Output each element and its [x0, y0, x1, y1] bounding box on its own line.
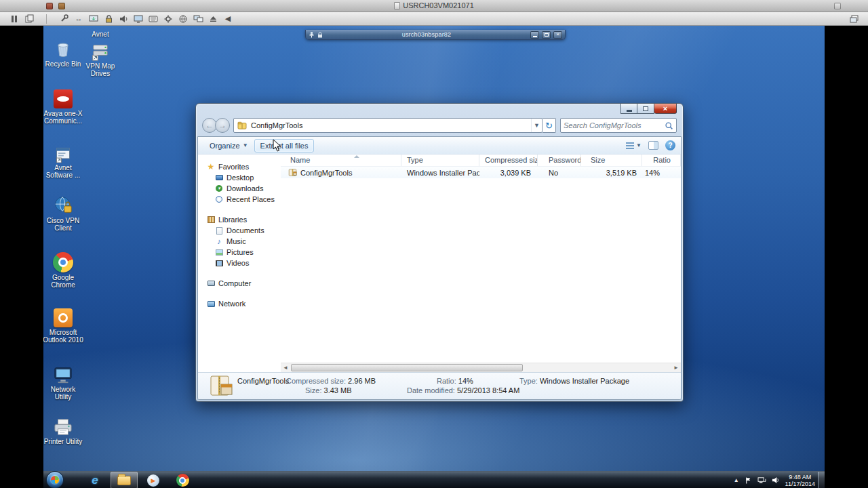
column-headers: Name Type Compressed size Password ... S… [281, 155, 681, 167]
desktop-icon-printer-utility[interactable]: Printer Utility [43, 415, 84, 445]
eject-icon[interactable] [205, 14, 220, 24]
internet-explorer-icon: e [92, 474, 98, 487]
address-box[interactable]: ConfigMgrTools ▼ [233, 118, 542, 133]
column-header-compressed-size[interactable]: Compressed size [479, 155, 538, 166]
pin-icon[interactable] [309, 31, 315, 38]
copy-icon[interactable] [22, 14, 37, 24]
volume-icon[interactable] [116, 14, 131, 24]
globe-icon[interactable] [176, 14, 191, 24]
view-list-icon [626, 142, 634, 149]
action-center-flag-icon[interactable] [745, 476, 752, 485]
taskbar-internet-explorer[interactable]: e [81, 472, 108, 488]
nav-group-libraries[interactable]: Libraries [198, 214, 281, 225]
address-dropdown-icon[interactable]: ▼ [531, 119, 542, 132]
column-header-type[interactable]: Type [401, 155, 479, 166]
extract-all-files-button[interactable]: Extract all files [254, 139, 315, 152]
show-hidden-icons-button[interactable]: ▲ [734, 477, 739, 483]
gear-icon[interactable] [161, 14, 176, 24]
organize-button[interactable]: Organize▼ [203, 139, 254, 152]
windows-desktop: usrch03nbspar82 × Recycle Bin Avaya one-… [43, 26, 825, 488]
remote-session-viewport: USRCH03VM021071 ↔ [0, 0, 868, 488]
minimize-button[interactable] [530, 31, 539, 39]
nav-item-desktop[interactable]: Desktop [198, 172, 281, 183]
forward-button[interactable]: → [215, 118, 230, 133]
taskbar-windows-explorer[interactable] [111, 472, 138, 488]
close-button[interactable]: × [654, 104, 677, 114]
command-bar: Organize▼ Extract all files ▼ [198, 137, 681, 155]
desktop-icon-network-utility[interactable]: Network Utility [43, 363, 84, 401]
nav-item-recent-places[interactable]: Recent Places [198, 194, 281, 205]
drives-icon [79, 39, 121, 61]
desktop-icon-vpn-map-drives[interactable]: VPN Map Drives [79, 39, 121, 77]
chrome-icon [176, 474, 189, 487]
connection-title: usrch03nbspar82 [326, 31, 528, 38]
display-icon[interactable] [131, 14, 146, 24]
desktop-icon-avnet-software[interactable]: Avnet Software ... [43, 141, 84, 179]
nav-item-network[interactable]: Network [198, 298, 281, 309]
network-icon[interactable] [757, 476, 766, 484]
start-button[interactable] [46, 471, 64, 488]
minimize-button[interactable] [620, 104, 637, 114]
nav-group-favorites[interactable]: ★ Favorites [198, 161, 281, 172]
window-restore-icon[interactable] [846, 14, 861, 24]
back-arrow-icon[interactable]: ◀ [220, 14, 235, 24]
wrench-icon[interactable] [56, 14, 71, 24]
breadcrumb[interactable]: ConfigMgrTools [247, 121, 307, 129]
keyboard-icon[interactable] [146, 14, 161, 24]
monitor-icon [43, 363, 84, 384]
desktop-icon-cisco-vpn-client[interactable]: Cisco VPN Client [43, 194, 84, 232]
desktop-icon-avaya-one-x[interactable]: Avaya one-X Communic... [43, 87, 84, 125]
scroll-left-icon[interactable]: ◄ [281, 363, 290, 372]
nav-item-music[interactable]: ♪ Music [198, 236, 281, 247]
desktop-icon-avnet-label[interactable]: Avnet [79, 30, 121, 38]
avaya-icon [43, 87, 84, 108]
vnc-toolbar: ↔ ◀ [0, 12, 868, 26]
nav-item-computer[interactable]: Computer [198, 278, 281, 289]
search-box [560, 118, 677, 133]
restore-button[interactable] [542, 31, 551, 39]
column-header-ratio[interactable]: Ratio [642, 155, 681, 166]
download-icon [215, 184, 223, 192]
column-header-size[interactable]: Size [581, 155, 642, 166]
monitor-download-icon[interactable] [86, 14, 101, 24]
nav-item-videos[interactable]: Videos [198, 258, 281, 268]
maximize-button[interactable] [637, 104, 654, 114]
music-icon: ♪ [215, 237, 223, 245]
desktop-icon-google-chrome[interactable]: Google Chrome [43, 251, 84, 289]
displays-icon[interactable] [191, 14, 205, 24]
scrollbar-thumb[interactable] [291, 364, 523, 371]
horizontal-scrollbar[interactable]: ◄ ► [281, 363, 681, 372]
column-header-password[interactable]: Password ... [538, 155, 581, 166]
pause-icon[interactable] [7, 14, 22, 24]
taskbar-media-player[interactable]: ▶ [140, 472, 167, 488]
search-input[interactable] [564, 121, 665, 129]
scroll-right-icon[interactable]: ► [671, 363, 681, 372]
lock-icon [317, 32, 323, 38]
volume-icon[interactable] [772, 476, 780, 484]
close-button[interactable]: × [553, 31, 562, 39]
host-fullscreen-button[interactable] [834, 3, 841, 9]
lock-icon[interactable] [101, 14, 116, 24]
column-header-name[interactable]: Name [281, 155, 401, 166]
nav-item-pictures[interactable]: Pictures [198, 247, 281, 258]
desktop-icon-microsoft-outlook[interactable]: Microsoft Outlook 2010 [43, 306, 84, 344]
desktop-icon [215, 174, 223, 182]
swap-arrows-icon[interactable]: ↔ [71, 14, 86, 24]
desktop-icon-recycle-bin[interactable]: Recycle Bin [43, 37, 84, 68]
libraries-icon [207, 216, 215, 224]
selected-file-icon [209, 375, 233, 399]
file-list-area: Name Type Compressed size Password ... S… [281, 155, 681, 372]
taskbar-google-chrome[interactable] [169, 472, 196, 488]
show-desktop-button[interactable] [818, 472, 825, 488]
nav-item-documents[interactable]: Documents [198, 225, 281, 236]
refresh-button[interactable]: ↻ [542, 118, 556, 133]
table-row[interactable]: ConfigMgrTools Windows Installer Package… [281, 167, 681, 178]
taskbar-clock[interactable]: 9:48 AM 11/17/2014 [785, 473, 815, 487]
preview-pane-button[interactable] [648, 141, 658, 150]
help-button[interactable] [665, 140, 675, 150]
document-icon [394, 2, 400, 9]
system-tray: ▲ 9:48 AM 11/17/2014 [734, 472, 815, 488]
search-icon[interactable] [665, 121, 673, 130]
nav-item-downloads[interactable]: Downloads [198, 183, 281, 194]
change-view-button[interactable]: ▼ [626, 142, 642, 149]
